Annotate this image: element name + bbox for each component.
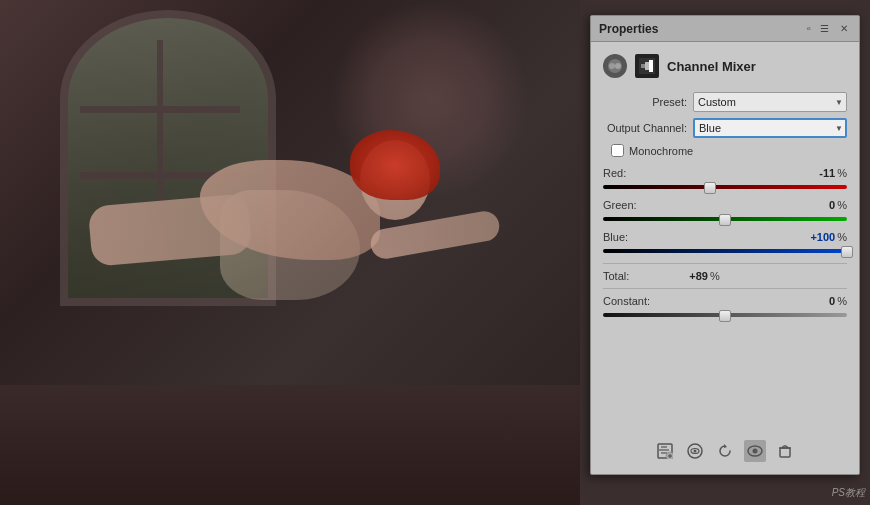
eye-circle-button[interactable]	[684, 440, 706, 462]
red-value: -11	[800, 167, 835, 179]
svg-rect-5	[645, 62, 649, 70]
svg-point-16	[694, 450, 697, 453]
divider-2	[603, 288, 847, 289]
output-channel-row: Output Channel: Blue ▼	[603, 118, 847, 138]
blue-slider-thumb[interactable]	[841, 246, 853, 258]
blue-slider-section: Blue: +100 %	[603, 231, 847, 257]
close-icon[interactable]: ✕	[837, 22, 851, 36]
blue-label: Blue:	[603, 231, 628, 243]
red-slider-track[interactable]	[603, 181, 847, 193]
output-channel-label: Output Channel:	[603, 122, 693, 134]
panel-toolbar	[591, 436, 859, 466]
green-pct: %	[837, 199, 847, 211]
double-arrow-icon: «	[807, 24, 811, 33]
trash-button[interactable]	[774, 440, 796, 462]
preset-label: Preset:	[603, 96, 693, 108]
total-value: +89	[673, 270, 708, 282]
constant-label: Constant:	[603, 295, 650, 307]
constant-value: 0	[800, 295, 835, 307]
red-slider-thumb[interactable]	[704, 182, 716, 194]
channel-mixer-icon-square	[635, 54, 659, 78]
watermark: PS教程	[832, 486, 865, 500]
monochrome-row: Monochrome	[603, 144, 847, 157]
green-value: 0	[800, 199, 835, 211]
red-label: Red:	[603, 167, 626, 179]
panel-title: Properties	[599, 22, 658, 36]
blue-value: +100	[800, 231, 835, 243]
person-figure	[80, 140, 500, 320]
total-label: Total:	[603, 270, 673, 282]
svg-point-19	[753, 449, 758, 454]
green-label: Green:	[603, 199, 637, 211]
green-slider-header: Green: 0 %	[603, 199, 847, 211]
red-slider-section: Red: -11 %	[603, 167, 847, 193]
constant-slider-thumb[interactable]	[719, 310, 731, 322]
preset-row: Preset: Custom ▼	[603, 92, 847, 112]
channel-mixer-icon-circle	[603, 54, 627, 78]
svg-marker-17	[724, 444, 727, 448]
monochrome-label[interactable]: Monochrome	[629, 145, 693, 157]
header-icons: « ☰ ✕	[807, 22, 851, 36]
constant-slider-track[interactable]	[603, 309, 847, 321]
channel-mixer-label: Channel Mixer	[667, 59, 756, 74]
green-slider-track[interactable]	[603, 213, 847, 225]
svg-rect-20	[780, 448, 790, 457]
green-slider-thumb[interactable]	[719, 214, 731, 226]
red-pct: %	[837, 167, 847, 179]
constant-slider-header: Constant: 0 %	[603, 295, 847, 307]
output-channel-select-wrapper: Blue ▼	[693, 118, 847, 138]
blue-slider-header: Blue: +100 %	[603, 231, 847, 243]
divider-1	[603, 263, 847, 264]
total-row: Total: +89 %	[603, 270, 847, 282]
red-slider-header: Red: -11 %	[603, 167, 847, 179]
svg-rect-4	[641, 64, 645, 68]
visibility-button[interactable]	[744, 440, 766, 462]
constant-pct: %	[837, 295, 847, 307]
svg-point-1	[609, 63, 615, 69]
person-hair	[350, 130, 440, 200]
preset-select-wrapper: Custom ▼	[693, 92, 847, 112]
mixer-title-row: Channel Mixer	[603, 50, 847, 82]
collapse-button[interactable]: «	[807, 24, 811, 33]
total-pct: %	[710, 270, 720, 282]
svg-point-2	[615, 63, 621, 69]
green-slider-section: Green: 0 %	[603, 199, 847, 225]
svg-rect-6	[649, 60, 653, 72]
panel-body: Channel Mixer Preset: Custom ▼ Output Ch…	[591, 42, 859, 335]
add-layer-button[interactable]	[654, 440, 676, 462]
constant-slider-section: Constant: 0 %	[603, 295, 847, 321]
red-slider-bar	[603, 185, 847, 189]
scene: Properties « ☰ ✕	[0, 0, 870, 505]
monochrome-checkbox[interactable]	[611, 144, 624, 157]
floor	[0, 385, 580, 505]
refresh-button[interactable]	[714, 440, 736, 462]
blue-slider-track[interactable]	[603, 245, 847, 257]
panel-menu-icon[interactable]: ☰	[817, 22, 831, 36]
blue-pct: %	[837, 231, 847, 243]
blue-slider-bar	[603, 249, 847, 253]
panel-header: Properties « ☰ ✕	[591, 16, 859, 42]
preset-select[interactable]: Custom	[693, 92, 847, 112]
properties-panel: Properties « ☰ ✕	[590, 15, 860, 475]
output-channel-select[interactable]: Blue	[693, 118, 847, 138]
